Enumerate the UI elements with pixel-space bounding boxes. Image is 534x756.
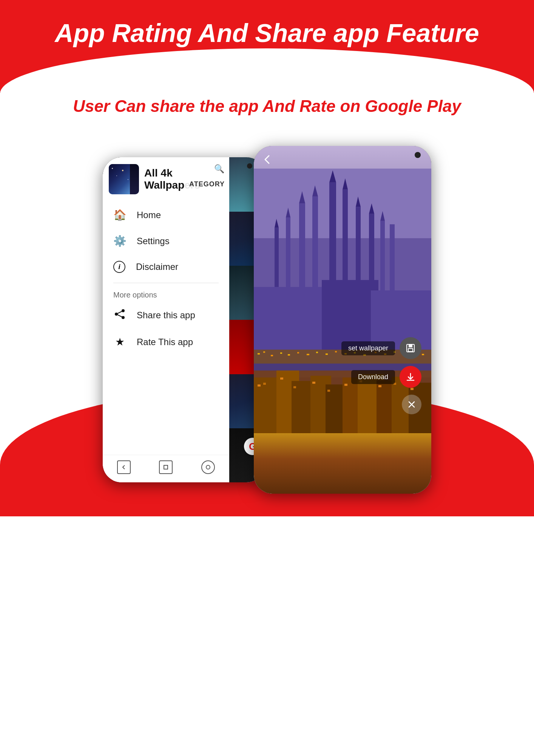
home-icon: 🏠 [113,209,126,221]
right-phone-frame: set wallpaper Download [254,146,431,494]
nav-recent-btn[interactable] [201,460,215,474]
nav-home-btn[interactable] [159,460,173,474]
svg-rect-42 [316,352,318,353]
svg-rect-31 [254,287,329,350]
svg-rect-66 [280,378,283,380]
share-icon [113,308,126,322]
nav-back-btn[interactable] [117,460,131,474]
drawer-screen: All 4k Wallpapers 🏠 Home ⚙️ Settings i D… [103,157,229,482]
set-wallpaper-row: set wallpaper [341,337,421,359]
app-icon-inner [109,164,139,194]
header-banner: App Rating And Share app Feature [0,0,534,93]
svg-rect-77 [408,349,413,352]
wallpaper-screen: set wallpaper Download [254,146,431,494]
download-row: Download [351,366,421,388]
bottom-nav [103,455,229,482]
app-icon [109,164,139,194]
search-icon[interactable]: 🔍 [214,164,224,174]
svg-line-3 [116,311,123,314]
svg-rect-68 [312,382,315,384]
menu-label-share: Share this app [137,310,195,321]
svg-rect-37 [271,355,273,356]
page-title: App Rating And Share app Feature [23,18,511,48]
svg-point-6 [206,465,210,469]
settings-icon: ⚙️ [113,235,126,247]
menu-item-settings[interactable]: ⚙️ Settings [103,228,229,254]
menu-item-disclaimer[interactable]: i Disclaimer [103,254,229,280]
svg-rect-44 [335,351,337,353]
close-button[interactable] [402,395,421,414]
svg-rect-67 [293,386,296,389]
category-bar: ATEGORY [185,178,229,191]
svg-rect-39 [288,354,290,356]
svg-rect-38 [280,353,282,354]
right-phone-screen: set wallpaper Download [254,146,431,494]
svg-line-4 [116,314,123,318]
drawer-header: All 4k Wallpapers [103,157,229,198]
menu-item-home[interactable]: 🏠 Home [103,202,229,228]
menu-label-home: Home [137,210,161,220]
info-icon: i [113,261,125,273]
svg-rect-40 [297,352,299,354]
subtitle-text: User Can share the app And Rate on Googl… [23,97,511,116]
svg-rect-76 [409,344,412,347]
svg-rect-36 [263,352,265,353]
more-options-label: More options [103,286,229,302]
left-phone-screen: 🔍 ATEGORY [103,157,265,482]
svg-rect-35 [258,353,260,355]
set-wallpaper-label: set wallpaper [341,341,395,355]
set-wallpaper-button[interactable] [400,337,421,359]
svg-rect-5 [164,465,168,469]
svg-rect-65 [263,383,266,385]
svg-rect-41 [307,354,309,355]
star-icon: ★ [113,336,126,348]
menu-item-rate[interactable]: ★ Rate This app [103,329,229,355]
menu-divider [113,283,219,283]
close-row [402,395,421,414]
back-button[interactable] [262,154,273,167]
menu-label-settings: Settings [137,236,170,246]
menu-label-rate: Rate This app [137,337,193,347]
action-buttons: set wallpaper Download [341,337,421,414]
svg-rect-43 [326,353,328,355]
menu-item-share[interactable]: Share this app [103,302,229,329]
download-label: Download [351,370,395,384]
svg-rect-64 [258,384,261,387]
download-button[interactable] [400,366,421,388]
left-phone-frame: 🔍 ATEGORY [103,157,265,482]
svg-rect-69 [327,390,330,392]
subtitle-section: User Can share the app And Rate on Googl… [0,93,534,138]
drawer-menu: 🏠 Home ⚙️ Settings i Disclaimer More opt… [103,198,229,455]
menu-label-disclaimer: Disclaimer [136,262,178,272]
phones-section: 🔍 ATEGORY [0,138,534,516]
svg-rect-53 [422,354,424,355]
